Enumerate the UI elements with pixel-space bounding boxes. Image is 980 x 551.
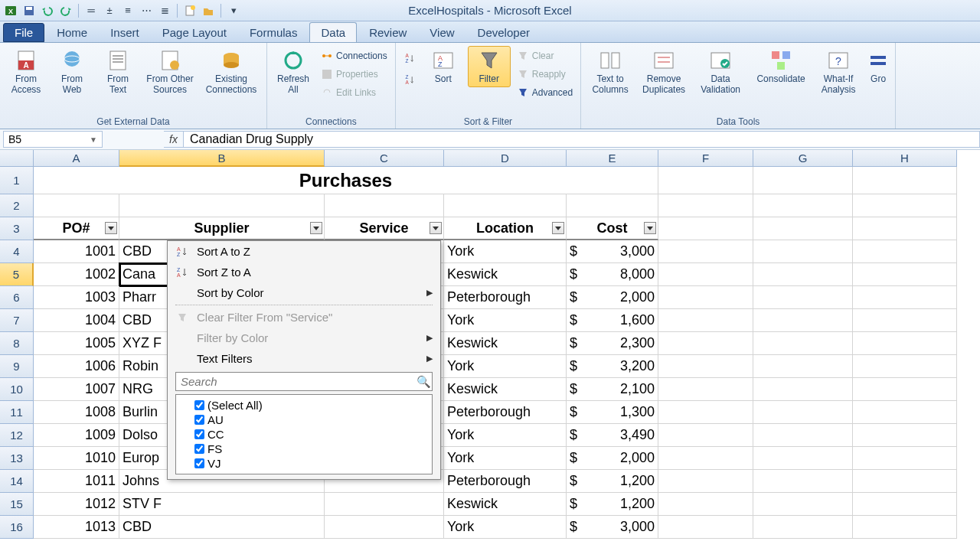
cell[interactable]: York xyxy=(444,424,567,447)
name-box[interactable]: B5▼ xyxy=(3,131,103,148)
cell[interactable] xyxy=(658,516,753,539)
cell[interactable]: $1,600 xyxy=(567,309,658,332)
cell[interactable] xyxy=(853,378,957,401)
cell[interactable]: 1001 xyxy=(34,240,119,263)
header-cell[interactable]: Cost xyxy=(567,217,658,240)
header-cell[interactable]: Location xyxy=(444,217,567,240)
cell[interactable] xyxy=(853,401,957,424)
cell[interactable] xyxy=(753,167,853,194)
cell[interactable] xyxy=(753,332,853,355)
sort-button[interactable]: AZSort xyxy=(422,46,465,87)
sort-by-color-item[interactable]: Sort by Color▶ xyxy=(168,282,440,303)
cell[interactable] xyxy=(753,447,853,470)
cell[interactable]: 1002 xyxy=(34,263,119,286)
cell[interactable]: 1003 xyxy=(34,286,119,309)
existing-connections-button[interactable]: Existing Connections xyxy=(201,46,262,98)
row-header[interactable]: 4 xyxy=(0,240,34,263)
cell[interactable] xyxy=(325,194,444,217)
cell[interactable] xyxy=(658,309,753,332)
tab-formulas[interactable]: Formulas xyxy=(239,23,309,42)
qa-icon[interactable]: ═ xyxy=(83,3,99,18)
remove-duplicates-button[interactable]: Remove Duplicates xyxy=(638,46,690,98)
cell[interactable]: 1009 xyxy=(34,424,119,447)
cell[interactable] xyxy=(753,378,853,401)
cell[interactable]: $2,000 xyxy=(567,286,658,309)
cell[interactable] xyxy=(658,424,753,447)
cell[interactable] xyxy=(658,493,753,516)
cell[interactable]: $3,000 xyxy=(567,516,658,539)
row-header[interactable]: 15 xyxy=(0,493,34,516)
row-header[interactable]: 6 xyxy=(0,286,34,309)
cell[interactable]: $8,000 xyxy=(567,263,658,286)
from-text-button[interactable]: From Text xyxy=(96,46,139,98)
column-header[interactable]: E xyxy=(567,150,658,167)
cell[interactable]: Peterborough xyxy=(444,401,567,424)
from-access-button[interactable]: AFrom Access xyxy=(5,46,47,98)
filter-value-checkbox[interactable]: CC xyxy=(181,427,427,442)
tab-data[interactable]: Data xyxy=(309,22,357,42)
filter-search-input[interactable]: 🔍 xyxy=(175,372,433,391)
cell[interactable] xyxy=(753,401,853,424)
row-header[interactable]: 11 xyxy=(0,401,34,424)
cell[interactable] xyxy=(34,194,119,217)
cell[interactable] xyxy=(853,217,957,240)
filter-dropdown-icon[interactable] xyxy=(310,222,322,234)
qa-icon[interactable]: ≡ xyxy=(120,3,136,18)
cell[interactable]: Keswick xyxy=(444,263,567,286)
cell[interactable]: 1007 xyxy=(34,378,119,401)
cell[interactable] xyxy=(853,493,957,516)
cell[interactable]: Keswick xyxy=(444,332,567,355)
cell[interactable]: $3,490 xyxy=(567,424,658,447)
undo-icon[interactable] xyxy=(40,3,55,18)
cell[interactable] xyxy=(658,263,753,286)
cell[interactable] xyxy=(753,286,853,309)
cell[interactable] xyxy=(325,516,444,539)
tab-view[interactable]: View xyxy=(419,23,465,42)
cell[interactable] xyxy=(658,332,753,355)
cell[interactable] xyxy=(753,194,853,217)
cell[interactable] xyxy=(658,286,753,309)
cell[interactable]: York xyxy=(444,240,567,263)
filter-value-checkbox[interactable]: AU xyxy=(181,412,427,427)
cell[interactable] xyxy=(119,194,325,217)
cell[interactable]: STV F xyxy=(119,493,325,516)
row-header[interactable]: 14 xyxy=(0,470,34,493)
row-header[interactable]: 10 xyxy=(0,378,34,401)
header-cell[interactable]: Service xyxy=(325,217,444,240)
cell[interactable]: 1005 xyxy=(34,332,119,355)
cell[interactable] xyxy=(658,194,753,217)
group-button[interactable]: Gro xyxy=(866,46,890,87)
cell[interactable]: 1011 xyxy=(34,470,119,493)
connections-button[interactable]: Connections xyxy=(318,49,390,63)
cell[interactable] xyxy=(853,194,957,217)
qa-icon[interactable]: ≣ xyxy=(157,3,172,18)
filter-dropdown-icon[interactable] xyxy=(644,222,656,234)
cell[interactable] xyxy=(658,401,753,424)
row-header[interactable]: 8 xyxy=(0,332,34,355)
filter-value-checkbox[interactable]: VJ xyxy=(181,456,427,471)
cell[interactable] xyxy=(325,493,444,516)
column-header[interactable]: F xyxy=(658,150,753,167)
sort-za-button[interactable]: ZA xyxy=(400,73,419,87)
header-cell[interactable]: PO# xyxy=(34,217,119,240)
what-if-button[interactable]: ?What-If Analysis xyxy=(814,46,863,98)
cell[interactable] xyxy=(658,355,753,378)
row-header[interactable]: 12 xyxy=(0,424,34,447)
cell[interactable] xyxy=(753,309,853,332)
cell[interactable] xyxy=(853,286,957,309)
row-header[interactable]: 13 xyxy=(0,447,34,470)
sort-za-item[interactable]: ZASort Z to A xyxy=(168,262,440,282)
cell[interactable]: York xyxy=(444,309,567,332)
cell[interactable] xyxy=(753,493,853,516)
new-icon[interactable] xyxy=(182,3,198,18)
cell[interactable]: 1004 xyxy=(34,309,119,332)
cell[interactable]: $2,300 xyxy=(567,332,658,355)
title-cell[interactable]: Purchases xyxy=(34,167,658,194)
qa-icon[interactable]: ⋯ xyxy=(139,3,154,18)
cell[interactable]: $3,000 xyxy=(567,240,658,263)
from-other-sources-button[interactable]: From Other Sources xyxy=(142,46,198,98)
column-header[interactable]: B xyxy=(119,150,325,167)
cell[interactable]: 1010 xyxy=(34,447,119,470)
fx-icon[interactable]: fx xyxy=(164,131,184,148)
text-to-columns-button[interactable]: Text to Columns xyxy=(586,46,635,98)
